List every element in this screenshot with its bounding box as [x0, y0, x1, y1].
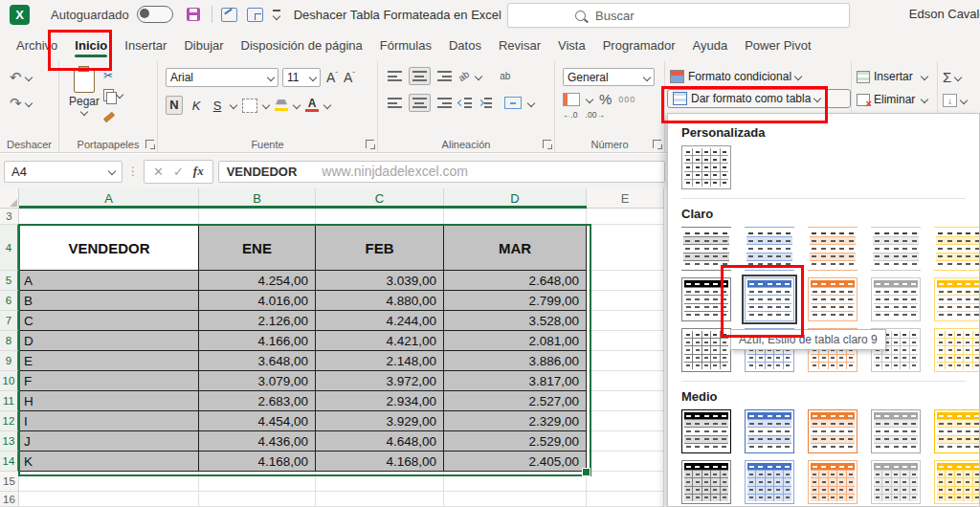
align-center-icon[interactable] — [409, 94, 431, 112]
table-style-thumbnail[interactable] — [681, 328, 731, 372]
cell[interactable]: J — [19, 431, 199, 452]
undo-button[interactable]: ↶ — [10, 69, 58, 86]
formula-input[interactable]: VENDEDOR www.ninjdadelexcel.com — [218, 161, 665, 183]
cell[interactable] — [587, 391, 664, 411]
column-header-A[interactable]: A — [19, 188, 199, 209]
table-style-thumbnail[interactable] — [808, 227, 858, 271]
table-style-thumbnail[interactable] — [745, 409, 794, 453]
table-style-thumbnail[interactable] — [681, 227, 731, 271]
italic-button[interactable]: K — [189, 99, 204, 113]
row-header-16[interactable]: 16 — [0, 492, 19, 507]
cell[interactable] — [587, 331, 664, 351]
cell[interactable]: E — [19, 351, 199, 371]
row-header-5[interactable]: 5 — [0, 271, 19, 291]
table-style-thumbnail[interactable] — [871, 277, 921, 321]
borders-icon[interactable] — [242, 99, 257, 113]
undo-action-label[interactable]: Deshacer Tabla Formateada en Excel — [294, 8, 501, 22]
cell[interactable]: 2.081,00 — [444, 331, 587, 351]
table-style-thumbnail[interactable] — [871, 460, 921, 504]
cancel-icon[interactable]: ✕ — [153, 165, 164, 179]
row-header-9[interactable]: 9 — [0, 351, 19, 371]
save-as-icon[interactable] — [221, 8, 237, 22]
cell[interactable] — [587, 452, 664, 472]
increase-decimal-icon[interactable]: ←.0 — [563, 110, 578, 120]
cell[interactable] — [587, 492, 664, 507]
column-header-D[interactable]: D — [444, 188, 587, 209]
column-header-C[interactable]: C — [316, 188, 444, 209]
wrap-text-icon[interactable]: ab — [500, 71, 510, 81]
cell[interactable] — [316, 472, 444, 492]
autosave-toggle[interactable] — [137, 6, 173, 23]
comma-style-button[interactable]: 000 — [618, 95, 635, 104]
row-header-11[interactable]: 11 — [0, 391, 19, 411]
column-header-E[interactable]: E — [587, 188, 664, 209]
cell[interactable]: 4.244,00 — [316, 311, 444, 331]
cell[interactable]: 2.527,00 — [444, 391, 587, 411]
fill-color-button[interactable] — [275, 99, 288, 112]
cell[interactable]: 4.166,00 — [199, 331, 316, 351]
dialog-launcher-icon[interactable] — [366, 140, 374, 148]
autosum-button[interactable]: Σ — [938, 67, 980, 87]
cell[interactable] — [19, 472, 199, 492]
cell[interactable]: 2.529,00 — [444, 431, 587, 452]
tab-datos[interactable]: Datos — [440, 31, 490, 60]
cell[interactable] — [587, 351, 664, 371]
cell[interactable]: 4.016,00 — [199, 291, 316, 311]
table-style-thumbnail[interactable] — [934, 328, 980, 372]
fill-button[interactable]: ↓ — [938, 92, 980, 109]
cell[interactable] — [199, 472, 316, 492]
cell[interactable]: 2.148,00 — [316, 351, 444, 371]
cell[interactable]: 3.929,00 — [316, 411, 444, 431]
delete-cells-button[interactable]: Eliminar — [852, 91, 937, 108]
column-header-B[interactable]: B — [199, 188, 316, 209]
row-header-14[interactable]: 14 — [0, 452, 19, 472]
cell[interactable]: 4.436,00 — [199, 431, 316, 452]
table-style-thumbnail[interactable] — [681, 460, 731, 504]
align-middle-icon[interactable] — [409, 67, 431, 85]
table-style-thumbnail[interactable] — [934, 227, 980, 271]
row-header-7[interactable]: 7 — [0, 311, 19, 331]
table-style-thumbnail[interactable] — [745, 227, 794, 271]
cell[interactable]: 4.880,00 — [316, 291, 444, 311]
cell[interactable] — [587, 431, 664, 452]
underline-button[interactable]: S — [210, 99, 225, 113]
cell[interactable]: 4.421,00 — [316, 331, 444, 351]
name-box[interactable]: A4 — [4, 161, 122, 183]
quick-print-icon[interactable] — [247, 8, 263, 22]
table-style-thumbnail[interactable] — [934, 277, 980, 321]
cell[interactable] — [587, 225, 664, 271]
row-header-3[interactable]: 3 — [0, 209, 19, 225]
align-left-icon[interactable] — [388, 98, 402, 108]
table-style-thumbnail[interactable] — [681, 145, 731, 189]
cell[interactable]: 4.454,00 — [199, 411, 316, 431]
cell[interactable]: 2.126,00 — [199, 311, 316, 331]
format-as-table-button[interactable]: Dar formato como tabla — [667, 89, 851, 108]
bold-button[interactable]: N — [166, 96, 183, 115]
tab-disposición-de-página[interactable]: Disposición de página — [233, 31, 371, 60]
font-size-select[interactable]: 11 — [282, 68, 321, 87]
cell[interactable]: 2.405,00 — [444, 452, 587, 472]
table-style-thumbnail[interactable] — [871, 409, 921, 453]
customize-toolbar-icon[interactable] — [273, 10, 280, 19]
table-style-thumbnail[interactable] — [745, 460, 794, 504]
decrease-font-icon[interactable]: Aˇ — [344, 70, 355, 85]
save-icon[interactable] — [187, 8, 200, 21]
cell[interactable] — [19, 209, 199, 225]
cell[interactable]: 2.934,00 — [316, 391, 444, 411]
format-painter-button[interactable] — [103, 107, 122, 121]
cell[interactable]: K — [19, 452, 199, 472]
dialog-launcher-icon[interactable] — [145, 140, 154, 148]
redo-button[interactable]: ↷ — [10, 95, 58, 112]
cell[interactable]: 3.817,00 — [444, 371, 587, 391]
cell[interactable]: 4.168,00 — [199, 452, 316, 472]
font-name-select[interactable]: Arial — [166, 68, 278, 87]
cell[interactable] — [587, 371, 664, 391]
accounting-format-icon[interactable] — [563, 93, 580, 106]
tab-programador[interactable]: Programador — [594, 31, 684, 60]
table-style-thumbnail[interactable] — [681, 277, 731, 321]
number-format-select[interactable]: General — [563, 68, 655, 86]
align-right-icon[interactable] — [437, 98, 452, 108]
search-input[interactable]: Buscar — [507, 3, 850, 28]
tab-power-pivot[interactable]: Power Pivot — [736, 31, 819, 60]
cell[interactable]: MAR — [444, 225, 587, 271]
